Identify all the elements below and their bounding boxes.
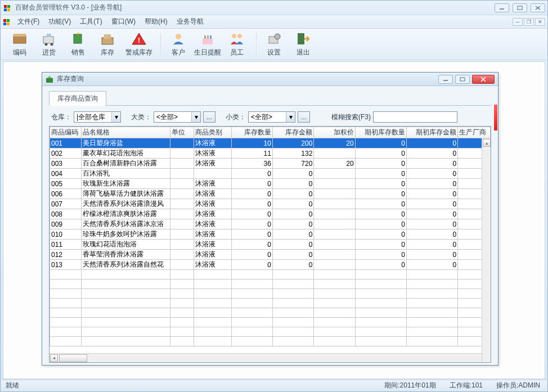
toolbar-purchase-button[interactable]: 进货	[35, 31, 62, 57]
col-header[interactable]: 生产厂商	[458, 127, 491, 138]
cell: 0	[231, 189, 272, 199]
col-header[interactable]: 期初库存金额	[406, 127, 457, 138]
table-row[interactable]: 001美日塑身浴盐沐浴液102002000	[50, 138, 491, 148]
col-header[interactable]: 库存数量	[231, 127, 272, 138]
chevron-down-icon[interactable]: ▾	[191, 112, 200, 122]
warehouse-label: 仓库：	[51, 112, 71, 122]
toolbar-separator	[256, 33, 257, 56]
cell: 百合桑树清新静白沐浴露	[81, 159, 170, 169]
subcategory-label: 小类：	[226, 112, 246, 122]
toolbar-label: 客户	[165, 48, 192, 57]
horizontal-scrollbar[interactable]: ◂	[50, 353, 482, 362]
status-ready: 就绪	[6, 381, 33, 390]
cell: 012	[50, 250, 82, 260]
cell: 0	[355, 138, 406, 148]
col-header[interactable]: 期初库存数量	[355, 127, 406, 138]
toolbar-birthday-button[interactable]: 生日提醒	[194, 31, 221, 57]
toolbar-staff-button[interactable]: 员工	[223, 31, 250, 57]
menu-file[interactable]: 文件(F)	[13, 17, 44, 26]
stock-grid[interactable]: 商品编码品名规格单位商品类别库存数量库存金额加权价期初库存数量期初库存金额生产厂…	[50, 127, 491, 346]
menu-help[interactable]: 帮助(H)	[140, 17, 172, 26]
cell: 004	[50, 169, 82, 179]
table-row[interactable]: 012香草莹润香滑沐浴露沐浴液0000	[50, 250, 491, 260]
cell: 沐浴液	[194, 229, 231, 240]
cell: 0	[355, 240, 406, 250]
cell	[314, 229, 355, 240]
table-row[interactable]: 009天然清香系列沐浴露冰京浴沐浴液0000	[50, 219, 491, 229]
cell: 柠檬冰橙清凉爽肤沐浴露	[81, 209, 170, 219]
col-header[interactable]: 品名规格	[81, 127, 170, 138]
menu-nav[interactable]: 业务导航	[172, 17, 208, 26]
toolbar-stock-button[interactable]: 库存	[94, 31, 121, 57]
table-row[interactable]: 004百沐浴乳0000	[50, 169, 491, 179]
warehouse-select[interactable]: |全部仓库 ▾	[74, 111, 121, 123]
col-header[interactable]: 商品编码	[50, 127, 82, 138]
cell: 0	[406, 138, 457, 148]
scroll-left-button[interactable]: ◂	[50, 354, 58, 362]
toolbar-sales-button[interactable]: 销售	[65, 31, 92, 57]
cell	[314, 240, 355, 250]
cell: 薰衣草幻花语泡泡浴	[81, 148, 170, 159]
col-header[interactable]: 单位	[170, 127, 194, 138]
mdi-minimize-button[interactable]: ─	[513, 18, 523, 26]
svg-rect-23	[203, 39, 213, 44]
menu-window[interactable]: 窗口(W)	[107, 17, 140, 26]
search-input[interactable]	[373, 111, 457, 123]
child-close-button[interactable]	[472, 75, 495, 84]
svg-rect-26	[210, 35, 212, 39]
category-browse-button[interactable]: …	[203, 111, 215, 123]
cell: 010	[50, 229, 82, 240]
tab-stock-query[interactable]: 库存商品查询	[49, 91, 106, 106]
toolbar-customer-button[interactable]: 客户	[165, 31, 192, 57]
toolbar-settings-button[interactable]: 设置	[260, 31, 288, 57]
cell: 沐浴液	[194, 148, 231, 159]
toolbar-exit-button[interactable]: 退出	[290, 31, 317, 57]
toolbar-code-button[interactable]: 编码	[6, 31, 33, 57]
col-header[interactable]: 加权价	[314, 127, 355, 138]
table-row[interactable]: 003百合桑树清新静白沐浴露沐浴液367202000	[50, 159, 491, 169]
subcategory-browse-button[interactable]: …	[298, 111, 310, 123]
table-row[interactable]: 010珍珠牛奶多效呵护沐浴露沐浴液0000	[50, 229, 491, 240]
toolbar-label: 进货	[35, 48, 62, 57]
col-header[interactable]: 商品类别	[194, 127, 231, 138]
cell: 0	[272, 189, 313, 199]
svg-text:!: !	[138, 37, 140, 44]
cell: 0	[355, 169, 406, 179]
toolbar-alert-button[interactable]: !警戒库存	[123, 31, 155, 57]
table-row[interactable]: 006薄荷飞杨草活力健肤沐浴露沐浴液0000	[50, 189, 491, 199]
main-minimize-button[interactable]	[495, 3, 509, 12]
tab-row: 库存商品查询	[49, 91, 491, 106]
child-minimize-button[interactable]	[438, 75, 453, 84]
cell	[170, 138, 194, 148]
main-maximize-button[interactable]	[513, 3, 527, 12]
table-row[interactable]: 007天然清香系列沐浴露浪漫风沐浴液0000	[50, 199, 491, 209]
cell	[170, 159, 194, 169]
menubar: 文件(F) 功能(V) 工具(T) 窗口(W) 帮助(H) 业务导航 ─ ❐ ✕	[1, 15, 547, 29]
cell: 沐浴液	[194, 240, 231, 250]
menu-tools[interactable]: 工具(T)	[75, 17, 106, 26]
cell: 0	[406, 179, 457, 189]
toolbar-label: 退出	[290, 48, 317, 57]
chevron-down-icon[interactable]: ▾	[111, 112, 120, 122]
table-row[interactable]: 008柠檬冰橙清凉爽肤沐浴露沐浴液0000	[50, 209, 491, 219]
table-row[interactable]: 013天然清香系列沐浴露自然花沐浴液0000	[50, 260, 491, 270]
cell: 0	[355, 229, 406, 240]
table-row[interactable]: 002薰衣草幻花语泡泡浴沐浴液1113200	[50, 148, 491, 159]
scroll-thumb[interactable]	[59, 354, 87, 362]
child-maximize-button[interactable]	[455, 75, 470, 84]
code-icon	[11, 31, 29, 47]
subcategory-select[interactable]: <全部> ▾	[248, 111, 295, 123]
table-row[interactable]: 011玫瑰幻花语泡泡浴沐浴液0000	[50, 240, 491, 250]
category-select[interactable]: <全部> ▾	[154, 111, 201, 123]
svg-rect-24	[204, 35, 206, 39]
table-row[interactable]: 005玫瑰新生沐浴露沐浴液0000	[50, 179, 491, 189]
scroll-up-button[interactable]: ▴	[483, 139, 491, 147]
svg-rect-11	[7, 22, 10, 25]
vertical-scrollbar[interactable]: ▴	[482, 138, 491, 362]
chevron-down-icon[interactable]: ▾	[286, 112, 295, 122]
col-header[interactable]: 库存金额	[272, 127, 313, 138]
main-close-button[interactable]	[531, 3, 545, 12]
mdi-close-button[interactable]: ✕	[535, 18, 545, 26]
menu-function[interactable]: 功能(V)	[44, 17, 75, 26]
mdi-restore-button[interactable]: ❐	[524, 18, 534, 26]
